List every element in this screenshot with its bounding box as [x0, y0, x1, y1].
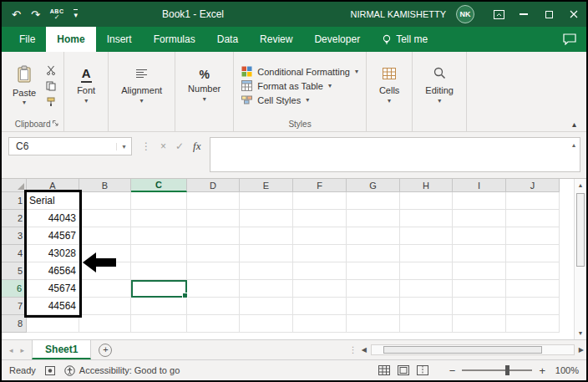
column-header-C[interactable]: C [131, 179, 187, 192]
format-painter-icon[interactable] [46, 97, 56, 107]
row-header-8[interactable]: 8 [2, 315, 27, 333]
alignment-button[interactable]: Alignment ▾ [113, 66, 170, 106]
horizontal-scroll-thumb[interactable] [383, 346, 542, 354]
close-button[interactable] [561, 2, 586, 27]
cell-F2[interactable] [293, 210, 347, 227]
cell-J1[interactable] [506, 192, 560, 210]
tab-file[interactable]: File [8, 27, 46, 52]
collapse-formula-bar-icon[interactable]: ▴ [572, 141, 575, 149]
cell-I8[interactable] [453, 315, 506, 333]
cell-I7[interactable] [453, 298, 506, 315]
row-header-3[interactable]: 3 [2, 227, 27, 245]
cell-G8[interactable] [347, 315, 400, 333]
cell-F4[interactable] [293, 245, 347, 262]
cell-F3[interactable] [293, 227, 347, 245]
avatar[interactable]: NK [456, 5, 474, 23]
name-box[interactable]: C6 ▾ [8, 137, 132, 155]
tab-data[interactable]: Data [206, 27, 249, 52]
tab-developer[interactable]: Developer [303, 27, 371, 52]
cell-F1[interactable] [293, 192, 347, 210]
redo-icon[interactable]: ↷ [31, 9, 40, 20]
zoom-slider-thumb[interactable] [505, 365, 509, 375]
maximize-button[interactable] [536, 2, 561, 27]
cell-G5[interactable] [347, 262, 400, 280]
enter-icon[interactable]: ✓ [175, 140, 184, 152]
cell-C5[interactable] [131, 262, 187, 280]
cell-A1[interactable]: Serial [27, 192, 79, 210]
cell-E4[interactable] [240, 245, 293, 262]
vertical-scrollbar[interactable]: ▲ ▼ [574, 179, 586, 339]
cell-H7[interactable] [400, 298, 453, 315]
row-header-4[interactable]: 4 [2, 245, 27, 262]
cell-D5[interactable] [187, 262, 240, 280]
ribbon-display-options-icon[interactable] [486, 2, 511, 27]
comments-icon[interactable] [563, 33, 576, 48]
cell-G6[interactable] [347, 280, 400, 298]
cell-A3[interactable]: 44567 [27, 227, 79, 245]
cell-J4[interactable] [506, 245, 560, 262]
collapse-ribbon-icon[interactable]: ▴ [572, 120, 576, 129]
cell-G4[interactable] [347, 245, 400, 262]
add-sheet-button[interactable]: + [99, 344, 112, 357]
cell-I4[interactable] [453, 245, 506, 262]
column-header-I[interactable]: I [453, 179, 506, 192]
number-button[interactable]: % Number ▾ [180, 67, 229, 104]
zoom-out-icon[interactable]: − [449, 365, 456, 376]
paste-button[interactable]: Paste ▾ [6, 63, 43, 109]
cell-D6[interactable] [187, 280, 240, 298]
conditional-formatting-button[interactable]: Conditional Formatting ▾ [241, 66, 358, 77]
cancel-icon[interactable]: × [160, 140, 166, 152]
cell-E8[interactable] [240, 315, 293, 333]
column-header-F[interactable]: F [293, 179, 347, 192]
undo-icon[interactable]: ↶ [12, 9, 21, 20]
cell-I2[interactable] [453, 210, 506, 227]
cell-J3[interactable] [506, 227, 560, 245]
tab-tell-me[interactable]: Tell me [371, 27, 438, 52]
formula-input[interactable]: ▴ [210, 137, 580, 172]
cell-F7[interactable] [293, 298, 347, 315]
cell-B4[interactable] [79, 245, 131, 262]
clipboard-dialog-launcher-icon[interactable] [52, 120, 59, 129]
cell-A8[interactable] [27, 315, 79, 333]
vertical-scroll-track[interactable] [575, 191, 586, 327]
vertical-scroll-thumb[interactable] [576, 193, 585, 267]
cell-D7[interactable] [187, 298, 240, 315]
cell-D4[interactable] [187, 245, 240, 262]
column-header-A[interactable]: A [27, 179, 79, 192]
minimize-button[interactable] [511, 2, 536, 27]
cell-C3[interactable] [131, 227, 187, 245]
cell-G2[interactable] [347, 210, 400, 227]
spelling-icon[interactable]: ABC ✓ [50, 8, 64, 21]
prev-sheet-icon[interactable]: ◂ [9, 346, 13, 354]
cell-C4[interactable] [131, 245, 187, 262]
cell-G1[interactable] [347, 192, 400, 210]
column-header-J[interactable]: J [506, 179, 560, 192]
tab-home[interactable]: Home [46, 27, 95, 52]
cell-J8[interactable] [506, 315, 560, 333]
row-header-1[interactable]: 1 [2, 192, 27, 210]
horizontal-scroll-track[interactable] [371, 344, 575, 355]
cell-A6[interactable]: 45674 [27, 280, 79, 298]
column-header-B[interactable]: B [79, 179, 131, 192]
column-header-E[interactable]: E [240, 179, 293, 192]
normal-view-icon[interactable] [378, 365, 390, 375]
cell-J5[interactable] [506, 262, 560, 280]
cell-C6[interactable] [131, 280, 187, 298]
editing-button[interactable]: Editing ▾ [417, 65, 462, 106]
page-layout-view-icon[interactable] [398, 365, 409, 375]
cell-H2[interactable] [400, 210, 453, 227]
scrollbar-resize-handle[interactable]: ⋮ [349, 345, 357, 354]
cell-F8[interactable] [293, 315, 347, 333]
cell-H8[interactable] [400, 315, 453, 333]
cell-I3[interactable] [453, 227, 506, 245]
cells-button[interactable]: Cells ▾ [371, 66, 408, 106]
row-header-6[interactable]: 6 [2, 280, 27, 298]
cell-B8[interactable] [79, 315, 131, 333]
cell-E2[interactable] [240, 210, 293, 227]
cell-E6[interactable] [240, 280, 293, 298]
cell-F5[interactable] [293, 262, 347, 280]
cell-H5[interactable] [400, 262, 453, 280]
tab-review[interactable]: Review [249, 27, 303, 52]
cell-A7[interactable]: 44564 [27, 298, 79, 315]
column-header-G[interactable]: G [347, 179, 400, 192]
